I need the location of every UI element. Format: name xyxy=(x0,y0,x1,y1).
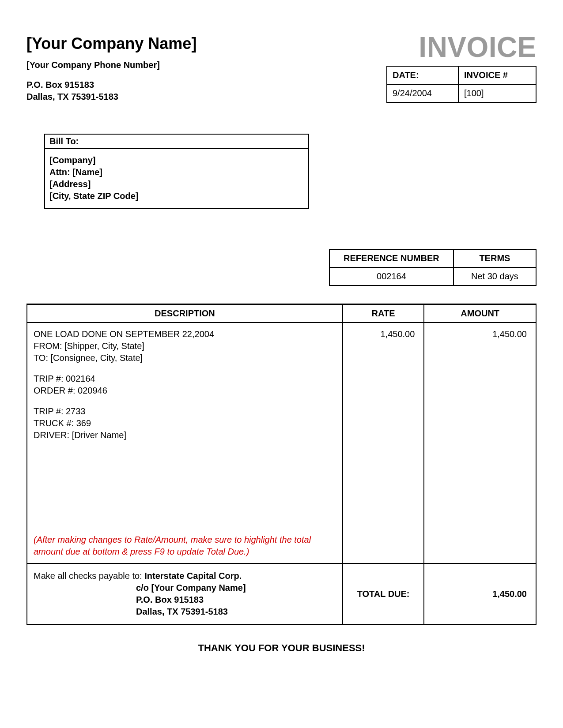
desc-to: TO: [Consignee, City, State] xyxy=(34,352,336,364)
desc-driver: DRIVER: [Driver Name] xyxy=(34,429,336,441)
company-name: [Your Company Name] xyxy=(26,33,196,55)
company-phone: [Your Company Phone Number] xyxy=(26,59,196,71)
payable-lines: c/o [Your Company Name] P.O. Box 915183 … xyxy=(136,582,336,618)
bill-to-box: Bill To: [Company] Attn: [Name] [Address… xyxy=(44,134,309,209)
header-row: [Your Company Name] [Your Company Phone … xyxy=(26,33,537,103)
date-label: DATE: xyxy=(387,66,458,84)
payable-co: c/o [Your Company Name] xyxy=(136,582,336,594)
terms-label: TERMS xyxy=(453,249,536,267)
invoice-number-value: [100] xyxy=(458,84,536,102)
invoice-number-label: INVOICE # xyxy=(458,66,536,84)
bill-to-header: Bill To: xyxy=(45,135,308,149)
reference-number-value: 002164 xyxy=(329,267,453,285)
bill-to-company: [Company] xyxy=(49,154,304,166)
ref-terms-table: REFERENCE NUMBER TERMS 002164 Net 30 day… xyxy=(329,249,537,286)
desc-from: FROM: [Shipper, City, State] xyxy=(34,340,336,352)
date-value: 9/24/2004 xyxy=(387,84,458,102)
payable-addr1: P.O. Box 915183 xyxy=(136,594,336,606)
rate-cell: 1,450.00 xyxy=(343,323,424,563)
desc-block-3: TRIP #: 2733 TRUCK #: 369 DRIVER: [Drive… xyxy=(34,405,336,441)
thank-you: THANK YOU FOR YOUR BUSINESS! xyxy=(26,642,537,654)
bill-to-citystatezip: [City, State ZIP Code] xyxy=(49,190,304,202)
col-rate: RATE xyxy=(343,304,424,323)
desc-block-2: TRIP #: 002164 ORDER #: 020946 xyxy=(34,373,336,397)
total-due-label: TOTAL DUE: xyxy=(343,563,424,624)
line-item-row: ONE LOAD DONE ON SEPTEMBER 22,2004 FROM:… xyxy=(27,323,536,563)
company-address-2: Dallas, TX 75391-5183 xyxy=(26,91,196,103)
col-description: DESCRIPTION xyxy=(27,304,343,323)
description-cell: ONE LOAD DONE ON SEPTEMBER 22,2004 FROM:… xyxy=(27,323,343,563)
payable-addr2: Dallas, TX 75391-5183 xyxy=(136,606,336,618)
col-amount: AMOUNT xyxy=(424,304,536,323)
line-items-table: DESCRIPTION RATE AMOUNT ONE LOAD DONE ON… xyxy=(26,304,537,625)
bill-to-body: [Company] Attn: [Name] [Address] [City, … xyxy=(45,149,308,208)
date-invoice-table: DATE: INVOICE # 9/24/2004 [100] xyxy=(386,66,537,103)
terms-value: Net 30 days xyxy=(453,267,536,285)
footer-row: Make all checks payable to: Interstate C… xyxy=(27,563,536,624)
payable-cell: Make all checks payable to: Interstate C… xyxy=(27,563,343,624)
bill-to-attn: Attn: [Name] xyxy=(49,166,304,178)
desc-trip2: TRIP #: 2733 xyxy=(34,405,336,417)
invoice-title: INVOICE xyxy=(386,33,537,61)
bill-to-address: [Address] xyxy=(49,178,304,190)
desc-load: ONE LOAD DONE ON SEPTEMBER 22,2004 xyxy=(34,328,336,340)
update-note: (After making changes to Rate/Amount, ma… xyxy=(34,534,336,558)
invoice-block: INVOICE DATE: INVOICE # 9/24/2004 [100] xyxy=(386,33,537,103)
desc-truck: TRUCK #: 369 xyxy=(34,417,336,429)
desc-trip1: TRIP #: 002164 xyxy=(34,373,336,385)
payable-corp: Interstate Capital Corp. xyxy=(144,571,242,581)
company-block: [Your Company Name] [Your Company Phone … xyxy=(26,33,196,103)
payable-block: Make all checks payable to: Interstate C… xyxy=(34,570,336,618)
reference-number-label: REFERENCE NUMBER xyxy=(329,249,453,267)
invoice-page: [Your Company Name] [Your Company Phone … xyxy=(0,0,563,680)
amount-cell: 1,450.00 xyxy=(424,323,536,563)
payable-intro: Make all checks payable to: xyxy=(34,571,144,581)
description-content: ONE LOAD DONE ON SEPTEMBER 22,2004 FROM:… xyxy=(34,328,336,558)
total-due-amount: 1,450.00 xyxy=(424,563,536,624)
desc-block-1: ONE LOAD DONE ON SEPTEMBER 22,2004 FROM:… xyxy=(34,328,336,364)
company-address-1: P.O. Box 915183 xyxy=(26,79,196,91)
desc-order: ORDER #: 020946 xyxy=(34,385,336,397)
